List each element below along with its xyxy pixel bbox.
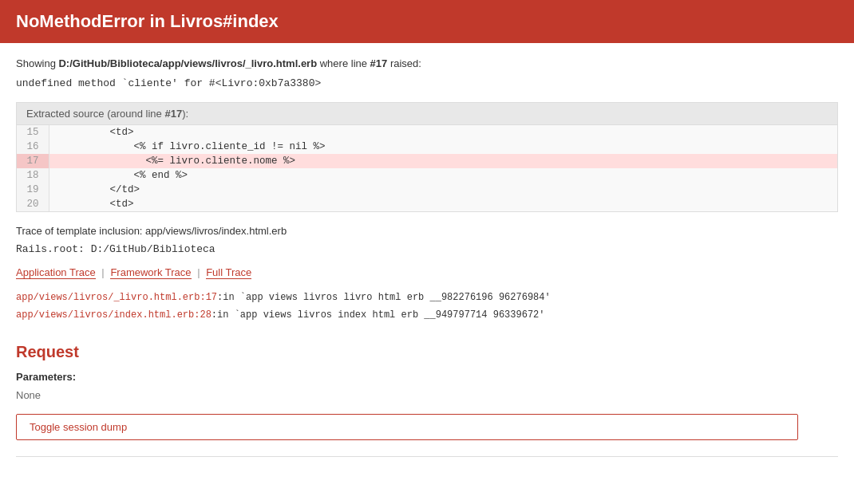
source-code-table: 15 <td>16 <% if livro.cliente_id != nil … xyxy=(17,125,837,211)
code-line: 15 <td> xyxy=(17,125,837,140)
line-code: <% if livro.cliente_id != nil %> xyxy=(49,140,837,154)
params-value: None xyxy=(16,389,838,401)
params-label: Parameters: xyxy=(16,371,838,383)
line-code: <td> xyxy=(49,197,837,211)
code-line: 19 </td> xyxy=(17,183,837,197)
trace-links: Application Trace | Framework Trace | Fu… xyxy=(16,266,838,278)
code-line: 20 <td> xyxy=(17,197,837,211)
line-number: 16 xyxy=(17,140,49,154)
error-title: NoMethodError in Livros#index xyxy=(16,11,838,32)
line-number: 15 xyxy=(17,125,49,140)
line-code: <% end %> xyxy=(49,168,837,183)
request-section: Request Parameters: None Toggle session … xyxy=(16,343,838,440)
line-code: <td> xyxy=(49,125,837,140)
source-header: Extracted source (around line #17): xyxy=(17,103,837,125)
line-number: 19 xyxy=(17,183,49,197)
rails-root: Rails.root: D:/GitHub/Biblioteca xyxy=(16,243,838,255)
source-box: Extracted source (around line #17): 15 <… xyxy=(16,102,838,212)
line-number: 18 xyxy=(17,168,49,183)
bottom-divider xyxy=(16,456,838,457)
code-line: 17 <%= livro.cliente.nome %> xyxy=(17,154,837,168)
code-line: 16 <% if livro.cliente_id != nil %> xyxy=(17,140,837,154)
line-code: </td> xyxy=(49,183,837,197)
request-title: Request xyxy=(16,343,838,361)
full-trace-link[interactable]: Full Trace xyxy=(206,266,251,279)
trace-of-template: Trace of template inclusion: app/views/l… xyxy=(16,225,838,237)
error-message: undefined method `cliente' for #<Livro:0… xyxy=(16,77,838,89)
error-header: NoMethodError in Livros#index xyxy=(0,0,854,43)
line-number: 20 xyxy=(17,197,49,211)
trace-items: app/views/livros/_livro.html.erb:17:in `… xyxy=(16,289,838,324)
application-trace-link[interactable]: Application Trace xyxy=(16,266,96,279)
line-number: 17 xyxy=(17,154,49,168)
trace-item: app/views/livros/_livro.html.erb:17:in `… xyxy=(16,289,838,307)
code-line: 18 <% end %> xyxy=(17,168,837,183)
showing-line: Showing D:/GitHub/Biblioteca/app/views/l… xyxy=(16,57,838,69)
trace-item: app/views/livros/index.html.erb:28:in `a… xyxy=(16,307,838,325)
toggle-session-dump-button[interactable]: Toggle session dump xyxy=(16,414,798,440)
framework-trace-link[interactable]: Framework Trace xyxy=(110,266,191,279)
line-code: <%= livro.cliente.nome %> xyxy=(49,154,837,168)
